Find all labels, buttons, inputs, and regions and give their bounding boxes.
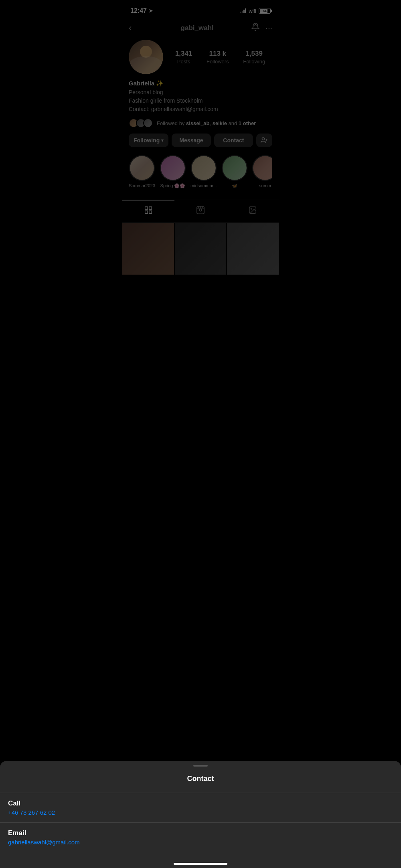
contact-sheet-overlay: Contact Call +46 73 267 62 02 Email gabr… <box>122 0 279 338</box>
